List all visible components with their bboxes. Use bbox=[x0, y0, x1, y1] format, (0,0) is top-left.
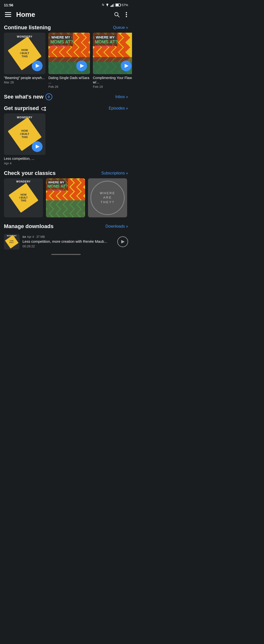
svg-point-13 bbox=[126, 14, 127, 15]
download-tape-text: HOWBUILT bbox=[10, 240, 14, 243]
wondery-logo-2: WONDERY bbox=[17, 116, 33, 119]
svg-rect-3 bbox=[113, 4, 114, 7]
classics-wondery-logo: WONDERY bbox=[16, 180, 31, 183]
shuffle-icon bbox=[41, 105, 47, 112]
download-meta: Apr 4 · 37 MB bbox=[23, 235, 114, 238]
continue-listening-title: Continue listening bbox=[4, 24, 51, 31]
download-play-button[interactable] bbox=[117, 236, 128, 247]
get-surprised-title: Get surprised bbox=[4, 105, 39, 112]
podcast-thumbnail-2[interactable]: WHERE MY MOMS AT? with Christina P bbox=[48, 33, 90, 74]
card-date-1: Mar 28 bbox=[4, 80, 46, 84]
battery-icon: 57% bbox=[115, 3, 128, 7]
classics-row: WONDERY HOWI BUILTTHIS WHERE MY MOMS AT? bbox=[0, 178, 132, 220]
svg-rect-24 bbox=[46, 200, 85, 217]
page-title: Home bbox=[16, 11, 109, 18]
download-title: Less competition, more creation with Ren… bbox=[23, 239, 114, 244]
manage-downloads-header: Manage downloads Downloads » bbox=[0, 220, 132, 232]
inbox-badge: 0 bbox=[46, 94, 52, 100]
moms-text-1: WHERE MY MOMS AT? with Christina P bbox=[50, 35, 88, 47]
wondery-tape-text-2: HOWI BUILTTHIS bbox=[20, 130, 29, 139]
list-item: WONDERY HOWI BUILTTHIS "Beaming" people … bbox=[4, 33, 46, 88]
bottom-bar bbox=[0, 252, 132, 258]
search-button[interactable] bbox=[113, 11, 121, 18]
svg-rect-6 bbox=[116, 4, 118, 6]
download-item: WONDERY HOWBUILT Apr 4 · 37 MB Less comp… bbox=[0, 232, 132, 252]
surprised-thumbnail-1[interactable]: WONDERY HOWI BUILTTHIS bbox=[4, 114, 46, 155]
svg-rect-7 bbox=[5, 12, 11, 13]
see-whats-new-header: See what's new 0 Inbox » bbox=[0, 90, 132, 102]
get-surprised-row: WONDERY HOWI BUILTTHIS Less competition,… bbox=[0, 114, 132, 167]
card-title-3: Complimenting Your Flaws w/... bbox=[93, 76, 132, 84]
classics-moms-text: WHERE MY MOMS AT? with Christina P bbox=[47, 180, 84, 191]
continue-listening-row: WONDERY HOWI BUILTTHIS "Beaming" people … bbox=[0, 33, 132, 90]
battery-percent: 57% bbox=[122, 3, 128, 7]
inbox-link[interactable]: Inbox » bbox=[115, 95, 128, 99]
svg-rect-1 bbox=[111, 5, 112, 7]
manage-downloads-title: Manage downloads bbox=[4, 223, 54, 230]
play-button-3[interactable] bbox=[121, 60, 131, 71]
svg-rect-9 bbox=[5, 16, 11, 17]
card-title-1: "Beaming" people anywh... bbox=[4, 76, 46, 80]
episodes-link[interactable]: Episodes » bbox=[109, 106, 128, 110]
svg-rect-0 bbox=[110, 6, 111, 7]
where-are-they-text: WHERE ARE THEY? bbox=[100, 191, 115, 204]
status-time: 11:56 bbox=[4, 3, 13, 7]
svg-marker-29 bbox=[25, 236, 26, 238]
svg-line-11 bbox=[118, 16, 119, 17]
svg-rect-5 bbox=[120, 4, 121, 6]
list-item: WHERE MY MOMS AT? with Christina P Compl… bbox=[93, 33, 132, 88]
classics-tape-text: HOWI BUILTTHIS bbox=[19, 194, 28, 202]
downloads-link[interactable]: Downloads » bbox=[106, 224, 128, 228]
card-date-3: Feb 19 bbox=[93, 85, 132, 88]
list-item[interactable]: WHERE MY MOMS AT? with Christina P bbox=[46, 178, 85, 217]
svg-point-12 bbox=[126, 12, 127, 14]
list-item[interactable]: WHERE ARE THEY? bbox=[88, 178, 127, 217]
home-indicator bbox=[51, 254, 81, 255]
wondery-tape-text: HOWI BUILTTHIS bbox=[20, 48, 29, 58]
surprised-card-title: Less competition, ... bbox=[4, 156, 46, 161]
wifi-icon bbox=[105, 3, 109, 7]
download-info: Apr 4 · 37 MB Less competition, more cre… bbox=[23, 235, 114, 248]
download-date-size: Apr 4 · 37 MB bbox=[27, 235, 45, 238]
list-item[interactable]: WONDERY HOWI BUILTTHIS bbox=[4, 178, 43, 217]
more-options-button[interactable] bbox=[125, 11, 128, 18]
nfc-icon: N bbox=[102, 3, 104, 6]
top-bar: Home bbox=[0, 9, 132, 22]
see-whats-new-title: See what's new bbox=[4, 94, 44, 100]
wondery-logo: WONDERY bbox=[17, 35, 33, 38]
podcast-thumbnail-1[interactable]: WONDERY HOWI BUILTTHIS bbox=[4, 33, 46, 74]
menu-button[interactable] bbox=[4, 11, 12, 18]
download-duration: 00:28:22 bbox=[23, 244, 114, 248]
status-bar: 11:56 N 57% bbox=[0, 0, 132, 9]
get-surprised-header: Get surprised Episodes » bbox=[0, 102, 132, 114]
card-title-2: Dating Single Dads w/Sara ... bbox=[48, 76, 90, 84]
check-classics-title: Check your classics bbox=[4, 170, 56, 176]
list-item: WONDERY HOWI BUILTTHIS Less competition,… bbox=[4, 114, 46, 165]
moms-text-2: WHERE MY MOMS AT? with Christina P bbox=[95, 35, 132, 47]
where-are-they-circle: WHERE ARE THEY? bbox=[90, 181, 125, 215]
surprised-card-date: Apr 4 bbox=[4, 162, 46, 165]
list-item: WHERE MY MOMS AT? with Christina P Datin… bbox=[48, 33, 90, 88]
svg-rect-8 bbox=[5, 14, 11, 15]
continue-listening-header: Continue listening Queue » bbox=[0, 22, 132, 33]
download-thumbnail[interactable]: WONDERY HOWBUILT bbox=[4, 234, 20, 250]
signal-icon bbox=[110, 3, 114, 7]
svg-point-14 bbox=[126, 16, 127, 17]
card-date-2: Feb 26 bbox=[48, 85, 90, 88]
subscriptions-link[interactable]: Subscriptions » bbox=[101, 171, 128, 176]
play-button-2[interactable] bbox=[76, 60, 87, 71]
status-icons: N 57% bbox=[102, 3, 128, 7]
play-button-1[interactable] bbox=[32, 60, 43, 71]
queue-link[interactable]: Queue » bbox=[113, 25, 128, 30]
check-classics-header: Check your classics Subscriptions » bbox=[0, 167, 132, 178]
podcast-thumbnail-3[interactable]: WHERE MY MOMS AT? with Christina P bbox=[93, 33, 132, 74]
svg-rect-2 bbox=[112, 4, 113, 7]
